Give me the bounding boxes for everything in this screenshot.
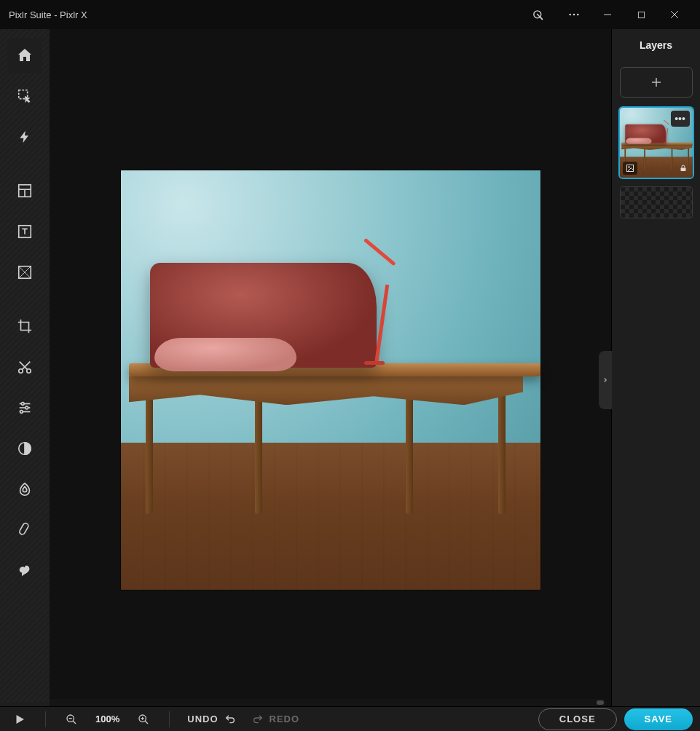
redo-button[interactable]: REDO bbox=[248, 714, 304, 725]
bottom-bar: 100% UNDO REDO CLOSE SAVE bbox=[0, 706, 700, 731]
svg-point-23 bbox=[20, 411, 23, 414]
tool-arrange[interactable] bbox=[7, 79, 42, 114]
svg-point-22 bbox=[25, 406, 28, 409]
layers-panel: Layers ••• bbox=[611, 29, 700, 731]
svg-marker-32 bbox=[17, 715, 25, 724]
canvas-area: 512 x 512 px @ 100% bbox=[50, 29, 611, 731]
tool-adjust[interactable] bbox=[7, 390, 42, 425]
panel-collapse-handle[interactable] bbox=[599, 351, 612, 409]
layer-item-selected[interactable]: ••• bbox=[620, 108, 693, 178]
save-button[interactable]: SAVE bbox=[624, 708, 693, 730]
tool-liquify[interactable] bbox=[7, 472, 42, 507]
titlebar: Pixlr Suite - Pixlr X bbox=[0, 0, 700, 29]
tool-retouch[interactable] bbox=[7, 513, 42, 548]
canvas-viewport[interactable]: 512 x 512 px @ 100% bbox=[50, 29, 611, 731]
tool-draw[interactable] bbox=[7, 553, 42, 588]
svg-point-21 bbox=[21, 403, 24, 406]
svg-line-37 bbox=[145, 721, 148, 724]
app-body: 512 x 512 px @ 100% Layers ••• bbox=[0, 29, 700, 731]
titlebar-search-icon[interactable] bbox=[521, 0, 554, 29]
window-maximize-icon[interactable] bbox=[624, 0, 658, 29]
tool-rail bbox=[0, 29, 50, 731]
tool-crop[interactable] bbox=[7, 309, 42, 344]
horizontal-scrollbar[interactable] bbox=[50, 699, 605, 706]
tool-element[interactable] bbox=[7, 255, 42, 290]
zoom-out-icon[interactable] bbox=[59, 707, 84, 732]
zoom-in-icon[interactable] bbox=[131, 707, 156, 732]
tool-layout[interactable] bbox=[7, 173, 42, 208]
svg-line-2 bbox=[540, 17, 543, 20]
svg-point-3 bbox=[569, 14, 571, 16]
svg-point-5 bbox=[577, 14, 579, 16]
window-minimize-icon[interactable] bbox=[591, 0, 624, 29]
svg-point-30 bbox=[628, 167, 629, 168]
close-button[interactable]: CLOSE bbox=[538, 708, 617, 730]
tool-text[interactable] bbox=[7, 214, 42, 249]
svg-rect-31 bbox=[680, 168, 685, 172]
svg-rect-25 bbox=[19, 522, 30, 535]
tool-filter[interactable] bbox=[7, 431, 42, 466]
undo-label: UNDO bbox=[187, 714, 218, 724]
layers-panel-title: Layers bbox=[612, 29, 700, 61]
layer-item-background[interactable] bbox=[620, 186, 693, 218]
animate-play-icon[interactable] bbox=[7, 707, 32, 732]
tool-cutout[interactable] bbox=[7, 349, 42, 384]
add-layer-button[interactable] bbox=[620, 67, 693, 98]
undo-button[interactable]: UNDO bbox=[183, 714, 240, 725]
window-title: Pixlr Suite - Pixlr X bbox=[9, 9, 521, 20]
titlebar-more-icon[interactable] bbox=[557, 0, 591, 29]
redo-label: REDO bbox=[270, 714, 300, 724]
svg-rect-29 bbox=[626, 165, 633, 172]
svg-line-34 bbox=[73, 721, 76, 724]
layer-type-image-icon bbox=[623, 162, 637, 175]
layer-lock-icon[interactable] bbox=[677, 162, 690, 175]
tool-ai[interactable] bbox=[7, 119, 42, 154]
svg-point-4 bbox=[573, 14, 575, 16]
zoom-level-label[interactable]: 100% bbox=[91, 714, 124, 724]
window-close-icon[interactable] bbox=[658, 0, 691, 29]
layer-menu-icon[interactable]: ••• bbox=[671, 111, 690, 127]
canvas-image[interactable] bbox=[121, 170, 540, 590]
svg-rect-7 bbox=[638, 12, 644, 17]
home-button[interactable] bbox=[7, 38, 42, 73]
